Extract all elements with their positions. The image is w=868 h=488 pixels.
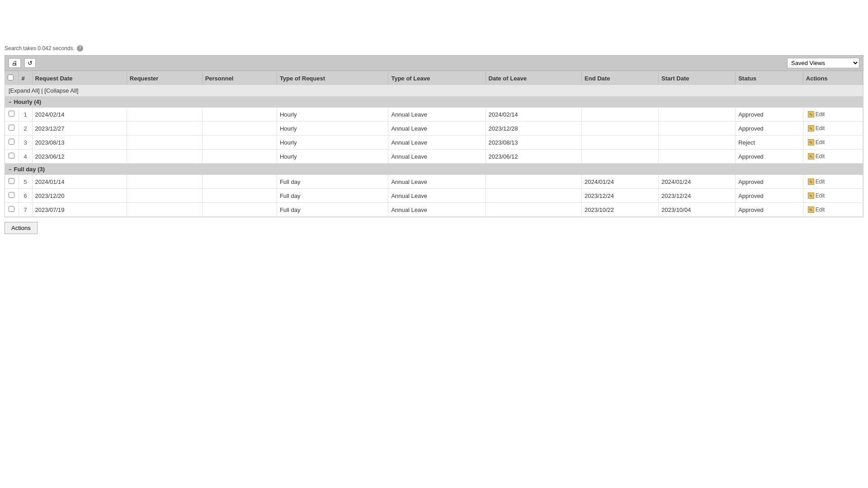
table-row: 6 2023/12/20 Full day Annual Leave 2023/… — [5, 189, 863, 203]
group-header-cell-1: −Full day (3) — [5, 164, 863, 175]
row-request-date: 2023/08/13 — [32, 136, 127, 150]
header-start-date: Start Date — [659, 71, 736, 85]
edit-icon-4: ✎ — [808, 153, 814, 160]
row-end-date: 2023/12/24 — [582, 189, 659, 203]
header-type-leave: Type of Leave — [388, 71, 486, 85]
row-request-date: 2024/02/14 — [32, 108, 127, 122]
row-checkbox-cell — [5, 175, 19, 189]
actions-button[interactable]: Actions — [5, 222, 38, 234]
row-type-leave: Annual Leave — [388, 203, 486, 217]
row-checkbox-2[interactable] — [9, 125, 14, 131]
edit-button-1[interactable]: ✎ Edit — [806, 110, 827, 118]
edit-button-3[interactable]: ✎ Edit — [806, 138, 827, 146]
row-type-request: Full day — [277, 175, 388, 189]
search-info-bar: Search takes 0.042 seconds. ? — [5, 45, 863, 52]
row-requester — [127, 108, 202, 122]
header-date-leave: Date of Leave — [486, 71, 582, 85]
group-header-1: −Full day (3) — [5, 164, 863, 175]
expand-collapse-row: [Expand All] | [Collapse All] — [5, 85, 863, 96]
header-type-request: Type of Request — [277, 71, 388, 85]
row-type-request: Hourly — [277, 136, 388, 150]
row-actions: ✎ Edit — [803, 175, 863, 189]
row-num: 7 — [19, 203, 32, 217]
row-start-date: 2023/12/24 — [659, 189, 736, 203]
edit-button-4[interactable]: ✎ Edit — [806, 152, 827, 160]
group-header-0: −Hourly (4) — [5, 96, 863, 108]
row-checkbox-7[interactable] — [9, 206, 14, 212]
row-end-date: 2024/01/24 — [582, 175, 659, 189]
edit-button-2[interactable]: ✎ Edit — [806, 124, 827, 132]
expand-all-link[interactable]: [Expand All] — [9, 87, 40, 94]
edit-icon-6: ✎ — [808, 192, 814, 199]
header-end-date: End Date — [582, 71, 659, 85]
print-button[interactable]: 🖨 — [9, 58, 21, 68]
collapse-all-link[interactable]: [Collapse All] — [44, 87, 78, 94]
row-checkbox-cell — [5, 136, 19, 150]
row-checkbox-cell — [5, 108, 19, 122]
row-start-date — [659, 136, 736, 150]
group-collapse-btn-0[interactable]: − — [9, 99, 11, 105]
row-type-leave: Annual Leave — [388, 122, 486, 136]
row-request-date: 2023/06/12 — [32, 150, 127, 164]
row-requester — [127, 189, 202, 203]
group-header-cell-0: −Hourly (4) — [5, 96, 863, 108]
row-num: 4 — [19, 150, 32, 164]
row-start-date: 2024/01/24 — [659, 175, 736, 189]
row-num: 1 — [19, 108, 32, 122]
edit-label-4: Edit — [816, 153, 825, 160]
table-row: 5 2024/01/14 Full day Annual Leave 2024/… — [5, 175, 863, 189]
row-end-date — [582, 108, 659, 122]
saved-views-select[interactable]: Saved Views — [787, 58, 859, 68]
row-requester — [127, 150, 202, 164]
row-num: 3 — [19, 136, 32, 150]
table-container: # Request Date Requester Personnel Type … — [5, 71, 863, 217]
row-request-date: 2023/12/20 — [32, 189, 127, 203]
row-checkbox-4[interactable] — [9, 153, 14, 159]
row-requester — [127, 175, 202, 189]
help-icon[interactable]: ? — [77, 45, 83, 52]
header-checkbox-col — [5, 71, 19, 85]
row-date-leave: 2024/02/14 — [486, 108, 582, 122]
edit-label-5: Edit — [816, 178, 825, 185]
row-request-date: 2024/01/14 — [32, 175, 127, 189]
row-checkbox-cell — [5, 189, 19, 203]
row-date-leave — [486, 175, 582, 189]
row-end-date: 2023/10/22 — [582, 203, 659, 217]
row-type-request: Hourly — [277, 122, 388, 136]
row-request-date: 2023/07/19 — [32, 203, 127, 217]
row-date-leave: 2023/12/28 — [486, 122, 582, 136]
edit-icon-1: ✎ — [808, 111, 814, 117]
row-status: Approved — [736, 122, 803, 136]
toolbar-left: 🖨 ↺ — [9, 58, 36, 68]
row-num: 5 — [19, 175, 32, 189]
select-all-checkbox[interactable] — [8, 75, 14, 80]
row-checkbox-cell — [5, 122, 19, 136]
row-type-leave: Annual Leave — [388, 108, 486, 122]
row-start-date — [659, 150, 736, 164]
row-type-leave: Annual Leave — [388, 150, 486, 164]
header-request-date: Request Date — [32, 71, 127, 85]
row-end-date — [582, 122, 659, 136]
row-type-leave: Annual Leave — [388, 175, 486, 189]
edit-button-5[interactable]: ✎ Edit — [806, 178, 827, 186]
row-date-leave — [486, 189, 582, 203]
row-checkbox-1[interactable] — [9, 111, 14, 117]
row-checkbox-6[interactable] — [9, 192, 14, 198]
row-actions: ✎ Edit — [803, 203, 863, 217]
row-actions: ✎ Edit — [803, 108, 863, 122]
row-requester — [127, 136, 202, 150]
edit-label-1: Edit — [816, 111, 825, 117]
edit-label-3: Edit — [816, 139, 825, 145]
row-status: Approved — [736, 189, 803, 203]
row-actions: ✎ Edit — [803, 136, 863, 150]
row-type-request: Full day — [277, 203, 388, 217]
toolbar: 🖨 ↺ Saved Views — [5, 55, 863, 71]
refresh-button[interactable]: ↺ — [24, 58, 36, 68]
edit-button-7[interactable]: ✎ Edit — [806, 206, 827, 214]
row-checkbox-5[interactable] — [9, 178, 14, 184]
group-collapse-btn-1[interactable]: − — [9, 167, 11, 172]
edit-button-6[interactable]: ✎ Edit — [806, 192, 827, 200]
row-type-request: Full day — [277, 189, 388, 203]
row-actions: ✎ Edit — [803, 150, 863, 164]
row-checkbox-3[interactable] — [9, 139, 14, 145]
